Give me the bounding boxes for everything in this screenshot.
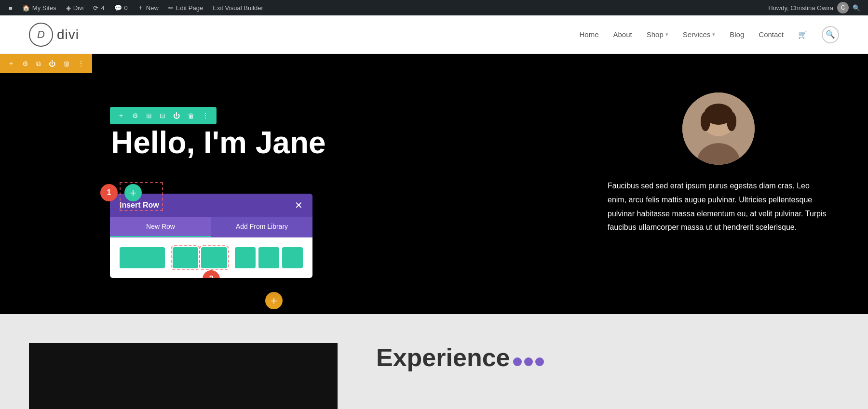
nav-blog-label: Blog — [730, 30, 744, 39]
experience-title-text: Experience — [376, 343, 510, 371]
divi-label: Divi — [73, 4, 84, 12]
new-label: New — [146, 4, 159, 12]
exit-builder-btn[interactable]: Exit Visual Builder — [208, 0, 268, 15]
module-add-icon[interactable]: ＋ — [116, 110, 126, 121]
cart-icon-btn[interactable]: 🛒 — [798, 30, 807, 39]
row-option-3col-group — [235, 247, 303, 268]
nav-contact-label: Contact — [759, 30, 784, 39]
nav-about[interactable]: About — [613, 30, 632, 39]
dialog-close-btn[interactable]: ✕ — [295, 200, 303, 210]
logo-circle: D — [29, 23, 53, 47]
hero-title: Hello, I'm Jane — [111, 126, 550, 159]
row-option-3col-2[interactable] — [258, 247, 279, 268]
new-btn[interactable]: ＋ New — [133, 0, 163, 15]
module-columns-icon[interactable]: ⊟ — [158, 111, 167, 120]
module-layout-icon[interactable]: ⊞ — [144, 111, 154, 120]
nav-about-label: About — [613, 30, 632, 39]
orange-plus-btn[interactable]: ＋ — [265, 292, 283, 309]
module-more-icon[interactable]: ⋮ — [200, 111, 211, 120]
module-power-icon[interactable]: ⏻ — [171, 111, 182, 120]
section-duplicate-icon[interactable]: ⧉ — [34, 58, 43, 70]
row-option-2col-left[interactable] — [173, 247, 198, 268]
tab-new-row[interactable]: New Row — [110, 217, 211, 237]
section-settings-icon[interactable]: ⚙ — [20, 58, 30, 69]
dialog-body: 2 — [110, 237, 312, 278]
row-option-3col-1[interactable] — [235, 247, 256, 268]
shop-chevron-icon: ▾ — [665, 31, 668, 38]
svg-point-5 — [727, 112, 736, 131]
search-nav-btn[interactable]: 🔍 — [822, 26, 839, 43]
left-black-strip — [29, 343, 338, 409]
nav-shop-label: Shop — [647, 30, 664, 39]
cart-icon: 🛒 — [798, 30, 807, 39]
section-toolbar: ＋ ⚙ ⧉ ⏻ 🗑 ⋮ — [0, 54, 92, 73]
search-bar-icon: 🔍 — [853, 4, 860, 12]
site-nav: Home About Shop ▾ Services ▾ Blog Contac… — [579, 26, 839, 43]
nav-contact[interactable]: Contact — [759, 30, 784, 39]
hero-right: Faucibus sed sed erat ipsum purus egesta… — [579, 54, 868, 314]
divi-btn[interactable]: ◈ Divi — [61, 0, 89, 15]
recycle-icon: ⟳ — [93, 4, 98, 12]
search-nav-icon: 🔍 — [826, 30, 835, 39]
avatar: C — [837, 2, 849, 13]
row-option-3col-3[interactable] — [282, 247, 303, 268]
house-icon: 🏠 — [22, 4, 30, 12]
comment-icon: 💬 — [114, 4, 122, 12]
tab-add-from-library[interactable]: Add From Library — [211, 217, 312, 237]
my-sites-btn[interactable]: 🏠 My Sites — [17, 0, 61, 15]
divi-icon: ◈ — [66, 4, 71, 12]
avatar-image — [682, 92, 755, 165]
hero-left: ＋ ⚙ ⊞ ⊟ ⏻ 🗑 ⋮ Designer @ Divi Hello, I'm… — [0, 54, 579, 314]
hero-section: ＋ ⚙ ⧉ ⏻ 🗑 ⋮ ＋ ⚙ ⊞ ⊟ ⏻ 🗑 ⋮ Designer @ Div… — [0, 54, 868, 314]
experience-title: Experience — [376, 343, 839, 372]
wp-icon-btn[interactable]: ■ — [4, 0, 17, 15]
wp-icon: ■ — [9, 4, 13, 12]
nav-shop[interactable]: Shop ▾ — [647, 30, 668, 39]
dialog-tabs: New Row Add From Library — [110, 217, 312, 237]
hero-body-text: Faucibus sed sed erat ipsum purus egesta… — [608, 179, 829, 235]
row-option-2col-right[interactable] — [201, 247, 227, 268]
nav-home[interactable]: Home — [579, 30, 598, 39]
experience-dots — [513, 357, 544, 366]
section-add-icon[interactable]: ＋ — [6, 57, 16, 70]
svg-point-4 — [701, 112, 710, 131]
row-option-2col-group — [173, 247, 227, 268]
logo-d: D — [37, 28, 45, 41]
site-header: D divi Home About Shop ▾ Services ▾ Blog… — [0, 15, 868, 54]
module-toolbar: ＋ ⚙ ⊞ ⊟ ⏻ 🗑 ⋮ — [110, 107, 217, 124]
comments-count: 4 — [101, 4, 104, 12]
plus-icon: ＋ — [137, 3, 144, 12]
step-2-badge: 2 — [203, 270, 220, 278]
nav-services-label: Services — [683, 30, 711, 39]
section-delete-icon[interactable]: 🗑 — [61, 58, 72, 69]
pencil-icon: ✏ — [168, 4, 174, 12]
nav-blog[interactable]: Blog — [730, 30, 744, 39]
edit-page-label: Edit Page — [176, 4, 203, 12]
site-logo[interactable]: D divi — [29, 23, 79, 47]
user-label: Howdy, Christina Gwira — [768, 4, 833, 12]
comments-btn[interactable]: ⟳ 4 — [88, 0, 109, 15]
module-settings-icon[interactable]: ⚙ — [130, 111, 140, 120]
below-hero-section: Experience — [0, 314, 868, 409]
comment-count-btn[interactable]: 💬 0 — [109, 0, 133, 15]
exit-builder-label: Exit Visual Builder — [213, 4, 263, 12]
profile-avatar — [682, 92, 755, 165]
module-delete-icon[interactable]: 🗑 — [186, 111, 196, 120]
comment-count-label: 0 — [124, 4, 128, 12]
nav-home-label: Home — [579, 30, 598, 39]
my-sites-label: My Sites — [32, 4, 56, 12]
green-plus-btn[interactable]: ＋ — [124, 184, 142, 201]
user-info: Howdy, Christina Gwira C 🔍 — [768, 2, 864, 13]
admin-bar: ■ 🏠 My Sites ◈ Divi ⟳ 4 💬 0 ＋ New ✏ Edit… — [0, 0, 868, 15]
row-option-1col[interactable] — [120, 247, 165, 268]
services-chevron-icon: ▾ — [712, 31, 715, 38]
step-1-badge: 1 — [100, 184, 118, 201]
edit-page-btn[interactable]: ✏ Edit Page — [163, 0, 208, 15]
nav-services[interactable]: Services ▾ — [683, 30, 716, 39]
logo-brand: divi — [57, 27, 79, 42]
section-power-icon[interactable]: ⏻ — [47, 58, 57, 69]
insert-row-container: 1 ＋ Insert Row ✕ New Row Add From Librar… — [110, 194, 312, 278]
experience-section: Experience — [376, 343, 839, 372]
section-more-icon[interactable]: ⋮ — [76, 58, 86, 69]
